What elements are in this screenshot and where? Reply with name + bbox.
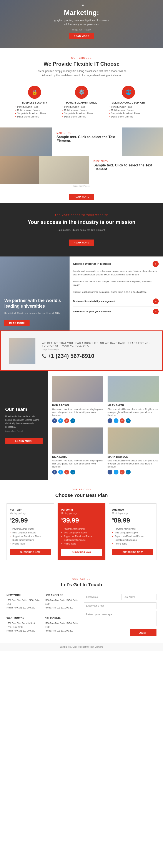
contact-office-ny: NEW YORK 1766 Bros Blvd Suite 12456, Sui… [6,594,41,613]
feature-item: Digital project planning [112,538,153,542]
pricing-card-team: For Team Monthly package $29.99 Powerful… [6,503,54,560]
feature-item: Multi-Language Support [10,531,51,534]
phone-realize-text: WE REALIZE THAT YOU LEAD A BUSY LIFE, SO… [42,342,154,347]
first-name-input[interactable] [84,594,119,600]
facebook-icon-3[interactable]: f [52,470,57,474]
team-card-1: BOB BROWN Glae amet niosi libero molesti… [52,376,103,423]
card-2-title: POWERFUL ADMIN PANEL [62,101,101,104]
webinar-plus-icon[interactable]: + [153,261,159,267]
currency-2: $ [61,517,63,521]
feature-item: Support via E-mail and Phone [10,534,51,538]
feature-item: Digital project planning [10,538,51,542]
marketing-read-more-button[interactable]: READ MORE [69,194,94,200]
team-photo-nick [52,428,103,454]
plan-features-1: Powerful Admin Panel Multi-Language Supp… [10,527,51,546]
team-photo-mary [107,376,159,402]
plan-features-3: Powerful Admin Panel Multi-Language Supp… [112,527,153,546]
facebook-icon-2[interactable]: f [107,418,112,423]
team-member-bio-2: Glae amet niosi libero molestie ante ut … [107,408,159,417]
universities-left-panel: We partner with the world's leading univ… [0,256,70,331]
marketing-img-credit: Image from Freepik [0,184,163,188]
course-item-1: Business Sustainability Management + [73,296,159,306]
universities-section: We partner with the world's leading univ… [0,256,163,331]
universities-desc: Sample text, Click to add or select the … [4,312,65,315]
mission-read-more-button[interactable]: READ MORE [69,240,94,246]
facebook-icon-1[interactable]: f [52,418,57,423]
list-item: Support via E-mail and Phone [109,112,148,115]
team-learn-more-button[interactable]: LEARN MORE [5,438,42,444]
list-item: Support via E-mail and Phone [62,112,101,115]
team-social-2: f t g+ in [107,418,159,423]
list-item: Digital project planning [15,116,54,118]
marketing-read-more-wrapper: READ MORE [0,188,163,203]
email-input[interactable] [84,602,157,609]
linkedin-icon-4[interactable]: in [126,470,131,474]
team-member-bio-3: Glae amet niosi libero molestie ante ut … [52,459,103,468]
name-row [84,594,157,600]
phone-person-image [9,338,35,364]
team-card-3: NICK DARK Glae amet niosi libero molesti… [52,428,103,474]
flexibility-text-block: FLEXIBILITY Sample text. Click to select… [89,156,163,184]
team-member-bio-4: Glae amet niosi libero molestie ante ut … [107,459,159,468]
facebook-icon-4[interactable]: f [107,470,112,474]
flexibility-tag: FLEXIBILITY [93,160,159,162]
plan-name-1: For Team [10,508,51,511]
price-value-2: 39.99 [63,517,79,524]
webinar-title: Create a Webinar in Minutes [73,262,111,266]
admin-icon: ⚙️ [75,86,88,99]
message-textarea[interactable] [84,611,157,626]
team-social-3: f t g+ in [52,470,103,474]
pricing-section: OUR PRICING Choose Your Best Plan For Te… [0,480,163,569]
card-1-list: Powerful Admin Panel Multi-Language Supp… [15,106,54,118]
universities-content: We partner with the world's leading univ… [4,298,65,326]
plan-price-2: $39.99 [61,517,102,524]
hero-title: Marketing: [64,9,99,17]
team-member-name-4: MARK DOWSON [107,455,159,458]
team-section: Our Team Ut enim ad minim veniam, quis n… [0,371,163,480]
gplus-icon-3[interactable]: g+ [64,470,69,474]
team-card-4: MARK DOWSON Glae amet niosi libero moles… [107,428,159,474]
currency-1: $ [10,517,11,521]
webinar-body: Interdum vel malesuada ac pellentesque m… [73,270,159,294]
twitter-icon-1[interactable]: t [58,418,63,423]
last-name-input[interactable] [122,594,157,600]
office-phone-2: Phone: +80-101-101-200-200 [45,606,79,610]
language-icon: 🌐 [122,86,135,99]
feature-item: Pricing Table [61,542,102,546]
office-city-4: CALIFORNIA [45,617,79,620]
hero-section: ≡ Marketing: grayling grunter, orange ob… [0,0,163,48]
team-card-2: MARY SMITH Glae amet niosi libero molest… [107,376,159,423]
subscribe-button-3[interactable]: SUBSCRIBE NOW [112,549,153,555]
submit-button[interactable]: SUBMIT [130,629,157,636]
linkedin-icon-3[interactable]: in [70,470,75,474]
contact-tag: CONTACT US [6,578,157,580]
linkedin-icon-2[interactable]: in [126,418,131,423]
course-2-icon[interactable]: + [153,309,159,314]
subscribe-button-1[interactable]: SUBSCRIBE NOW [10,549,51,555]
twitter-icon-2[interactable]: t [114,418,119,423]
feature-item: Support via E-mail and Phone [112,534,153,538]
plan-name-2: Personal [61,508,102,511]
list-item: Powerful Admin Panel [109,106,148,108]
universities-read-more-button[interactable]: READ MORE [4,320,30,326]
list-item: Support via E-mail and Phone [15,112,54,115]
feature-item: Multi-Language Support [61,531,102,534]
gplus-icon-2[interactable]: g+ [120,418,125,423]
team-img-credit: Images from Freepik [5,430,42,432]
team-social-1: f t g+ in [52,418,103,423]
twitter-icon-4[interactable]: t [114,470,119,474]
team-title: Our Team [5,407,42,412]
feature-item: Digital project planning [61,538,102,542]
hero-read-more-button[interactable]: READ MORE [69,33,94,39]
course-1-icon[interactable]: + [153,299,159,304]
subscribe-button-2[interactable]: SUBSCRIBE NOW [61,549,102,556]
linkedin-icon-1[interactable]: in [70,418,75,423]
marketing-text-block: MARKETING Sample text. Click to select t… [52,127,122,156]
gplus-icon-4[interactable]: g+ [120,470,125,474]
team-member-name-2: MARY SMITH [107,404,159,407]
phone-number: +1 (234) 567-8910 [47,353,94,360]
hamburger-icon[interactable]: ≡ [82,3,84,7]
twitter-icon-3[interactable]: t [58,470,63,474]
gplus-icon-1[interactable]: g+ [64,418,69,423]
choose-cards: 🔒 BUSINESS SECURITY Powerful Admin Panel… [9,84,154,121]
